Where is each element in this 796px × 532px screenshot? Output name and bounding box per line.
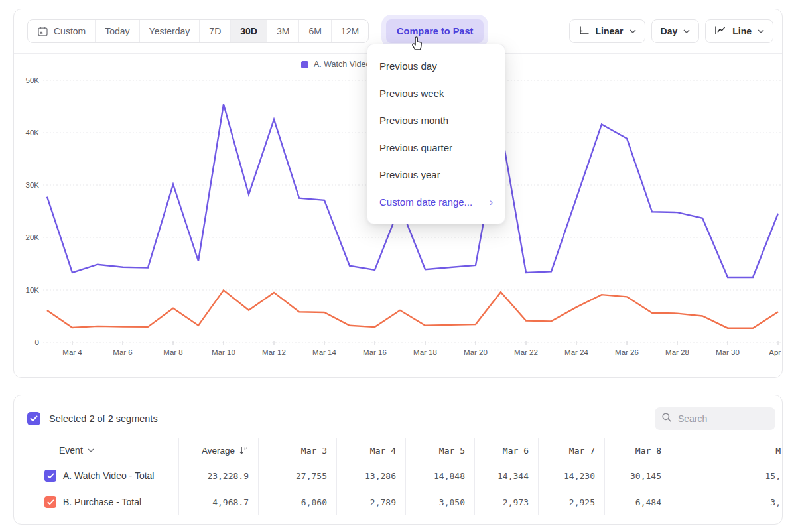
menu-item-previous-year[interactable]: Previous year (367, 161, 505, 188)
column-header-average[interactable]: Average (178, 438, 258, 462)
segments-selected-text: Selected 2 of 2 segments (49, 413, 158, 424)
y-axis-label: 30K (26, 181, 40, 189)
range-6m[interactable]: 6M (298, 20, 330, 42)
checkmark-icon (30, 415, 38, 422)
x-axis-label: Mar 16 (363, 348, 387, 356)
compare-to-past-menu: Previous day Previous week Previous mont… (367, 44, 505, 224)
cell-a-mar9-clipped: 15, (671, 462, 783, 489)
menu-item-previous-month[interactable]: Previous month (367, 107, 505, 134)
cell-b-mar7: 2,925 (538, 489, 604, 515)
y-axis-label: 50K (26, 76, 40, 84)
x-axis-label: Mar 18 (413, 348, 437, 356)
compare-to-past-button[interactable]: Compare to Past (386, 19, 484, 43)
search-icon (661, 412, 672, 425)
cell-a-mar3: 27,755 (258, 462, 336, 489)
chart-options-group: Linear Day (569, 19, 773, 43)
cell-b-mar5: 3,050 (405, 489, 474, 515)
x-axis-label: Mar 28 (665, 348, 689, 356)
table-row-watch-video-label: A. Watch Video - Total (27, 462, 178, 489)
menu-item-custom-date-range[interactable]: Custom date range... › (367, 188, 505, 216)
cell-a-mar8: 30,145 (604, 462, 671, 489)
range-30d-active[interactable]: 30D (230, 20, 267, 42)
x-axis-label: Mar 30 (716, 348, 740, 356)
x-axis-label: Mar 14 (312, 348, 336, 356)
x-axis-label: Mar 4 (62, 348, 82, 356)
date-range-control: Custom Today Yesterday 7D 30D 3M 6M 12M (27, 19, 369, 43)
column-header-event[interactable]: Event (27, 438, 178, 462)
chevron-right-icon: › (490, 196, 493, 208)
segments-table: Event Average Mar 3 Mar 4 Mar 5 Mar 6 Ma… (27, 438, 783, 515)
cell-b-average: 4,968.7 (178, 489, 258, 515)
x-axis-label: Mar 12 (262, 348, 286, 356)
segments-bar: Selected 2 of 2 segments (27, 407, 775, 430)
cell-a-mar5: 14,848 (405, 462, 474, 489)
column-header-mar9-clipped[interactable]: M (671, 438, 783, 462)
menu-item-previous-quarter[interactable]: Previous quarter (367, 134, 505, 161)
cell-b-mar9-clipped: 3, (671, 489, 783, 515)
x-axis-label: Mar 20 (464, 348, 488, 356)
column-header-mar8[interactable]: Mar 8 (604, 438, 671, 462)
y-axis-label: 20K (26, 233, 40, 241)
line-chart-icon (714, 25, 726, 37)
x-axis-label: Mar 10 (212, 348, 235, 356)
granularity-select[interactable]: Day (651, 19, 700, 43)
column-header-mar4[interactable]: Mar 4 (336, 438, 405, 462)
cell-b-mar6: 2,973 (474, 489, 538, 515)
x-axis-label: Apr 1 (769, 348, 783, 356)
checkmark-icon (47, 473, 54, 479)
column-header-mar6[interactable]: Mar 6 (474, 438, 538, 462)
linear-axis-icon (578, 25, 590, 37)
sort-descending-icon (239, 446, 249, 455)
column-header-mar5[interactable]: Mar 5 (405, 438, 474, 462)
analytics-page: Custom Today Yesterday 7D 30D 3M 6M 12M … (0, 0, 796, 532)
cell-b-mar4: 2,789 (336, 489, 405, 515)
row-checkbox-watch-video[interactable] (44, 470, 56, 482)
range-3m[interactable]: 3M (267, 20, 298, 42)
select-all-checkbox[interactable] (27, 412, 40, 425)
range-today[interactable]: Today (95, 20, 139, 42)
cell-a-mar7: 14,230 (538, 462, 604, 489)
x-axis-label: Mar 24 (564, 348, 588, 356)
column-header-mar7[interactable]: Mar 7 (538, 438, 604, 462)
range-yesterday[interactable]: Yesterday (139, 20, 200, 42)
y-axis-label: 10K (26, 286, 40, 294)
cell-a-average: 23,228.9 (178, 462, 258, 489)
table-row-purchase-label: B. Purchase - Total (27, 489, 178, 515)
cell-b-mar8: 6,484 (604, 489, 671, 515)
range-custom[interactable]: Custom (28, 20, 95, 42)
calendar-icon (37, 26, 48, 37)
menu-item-previous-week[interactable]: Previous week (367, 80, 505, 107)
row-checkbox-purchase[interactable] (44, 496, 56, 508)
chart-type-select[interactable]: Line (705, 19, 773, 43)
chevron-down-icon (758, 29, 764, 33)
range-custom-label: Custom (54, 26, 86, 36)
range-7d[interactable]: 7D (199, 20, 230, 42)
cell-b-mar3: 6,060 (258, 489, 336, 515)
menu-item-previous-day[interactable]: Previous day (367, 52, 505, 80)
x-axis-label: Mar 8 (163, 348, 182, 356)
cell-a-mar4: 13,286 (336, 462, 405, 489)
column-header-mar3[interactable]: Mar 3 (258, 438, 336, 462)
cell-a-mar6: 14,344 (474, 462, 538, 489)
x-axis-label: Mar 6 (113, 348, 132, 356)
y-axis-label: 0 (35, 338, 39, 346)
x-axis-label: Mar 22 (514, 348, 538, 356)
segments-table-card: Selected 2 of 2 segments Event Average M… (13, 395, 783, 525)
chevron-down-icon (88, 448, 94, 452)
checkmark-icon (47, 499, 54, 505)
chevron-down-icon (683, 29, 690, 33)
search-input[interactable] (678, 413, 764, 424)
scale-select[interactable]: Linear (569, 19, 645, 43)
y-axis-label: 40K (26, 129, 40, 137)
series-line (47, 290, 778, 328)
segments-search[interactable] (655, 407, 775, 430)
range-12m[interactable]: 12M (331, 20, 368, 42)
x-axis-label: Mar 26 (615, 348, 639, 356)
chevron-down-icon (630, 29, 636, 33)
